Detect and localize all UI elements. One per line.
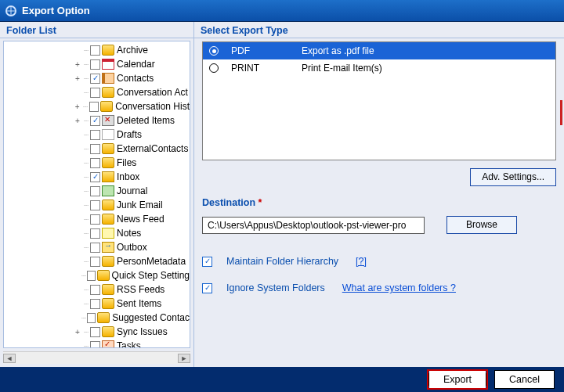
tree-row[interactable]: ┈Suggested Contac bbox=[4, 311, 190, 325]
tree-label: Files bbox=[117, 157, 136, 168]
tree-label: Calendar bbox=[117, 59, 155, 70]
cancel-button[interactable]: Cancel bbox=[495, 371, 554, 388]
folder-icon bbox=[102, 340, 114, 348]
expand-toggle[interactable]: + bbox=[73, 102, 81, 111]
maintain-hierarchy-checkbox[interactable] bbox=[202, 257, 212, 267]
tree-label: Deleted Items bbox=[117, 115, 175, 126]
browse-button[interactable]: Browse bbox=[446, 216, 517, 234]
tree-label: Journal bbox=[117, 185, 147, 196]
system-folders-help-link[interactable]: What are system folders ? bbox=[342, 282, 456, 293]
tree-row[interactable]: ┈Archive bbox=[4, 43, 190, 57]
folder-icon bbox=[102, 214, 114, 225]
tree-row[interactable]: ┈News Feed bbox=[4, 212, 190, 226]
tree-checkbox[interactable] bbox=[90, 341, 100, 349]
tree-label: PersonMetadata bbox=[117, 256, 186, 267]
maintain-hierarchy-help-link[interactable]: [?] bbox=[356, 256, 367, 267]
folder-icon bbox=[97, 312, 110, 323]
tree-connector: ┈ bbox=[82, 60, 90, 69]
tree-label: Sent Items bbox=[117, 298, 161, 309]
tree-row[interactable]: ┈Tasks bbox=[4, 339, 190, 348]
tree-checkbox[interactable] bbox=[90, 214, 100, 225]
tree-label: Tasks bbox=[117, 340, 141, 348]
tree-row[interactable]: +┈Contacts bbox=[4, 71, 190, 85]
tree-row[interactable]: ┈Junk Email bbox=[4, 198, 190, 212]
expand-toggle[interactable]: + bbox=[73, 74, 82, 83]
tree-connector: ┈ bbox=[82, 131, 90, 139]
tree-connector: ┈ bbox=[82, 74, 90, 83]
destination-input[interactable] bbox=[202, 217, 425, 234]
tree-row[interactable]: ┈Quick Step Setting bbox=[4, 268, 190, 282]
tree-checkbox[interactable] bbox=[90, 299, 100, 309]
expand-toggle[interactable]: + bbox=[73, 60, 82, 69]
export-type-name: PRINT bbox=[231, 63, 289, 74]
ignore-system-folders-checkbox[interactable] bbox=[202, 283, 212, 293]
tree-checkbox[interactable] bbox=[87, 271, 96, 281]
tree-row[interactable]: +┈Calendar bbox=[4, 57, 190, 71]
tree-connector: ┈ bbox=[82, 328, 90, 336]
tree-connector: ┈ bbox=[82, 159, 90, 167]
expand-toggle[interactable]: + bbox=[73, 117, 82, 125]
tree-row[interactable]: +┈Sync Issues bbox=[4, 325, 190, 339]
tree-label: Archive bbox=[117, 45, 148, 56]
tree-checkbox[interactable] bbox=[90, 130, 100, 140]
export-type-radio[interactable] bbox=[209, 63, 219, 73]
tree-row[interactable]: ┈Files bbox=[4, 156, 190, 170]
tree-checkbox[interactable] bbox=[90, 74, 100, 84]
tree-checkbox[interactable] bbox=[90, 144, 100, 154]
folder-icon bbox=[100, 101, 113, 112]
tree-checkbox[interactable] bbox=[87, 313, 96, 323]
scroll-right-icon[interactable]: ► bbox=[178, 354, 190, 363]
export-type-row-print[interactable]: PRINTPrint E-mail Item(s) bbox=[203, 59, 555, 77]
required-asterisk: * bbox=[258, 197, 262, 208]
tree-checkbox[interactable] bbox=[90, 88, 100, 98]
folder-tree[interactable]: ┈Archive+┈Calendar+┈Contacts┈Conversatio… bbox=[3, 41, 190, 348]
tree-checkbox[interactable] bbox=[90, 243, 100, 253]
tree-row[interactable]: ┈Outbox bbox=[4, 240, 190, 254]
tree-row[interactable]: ┈Conversation Act bbox=[4, 85, 190, 99]
tree-checkbox[interactable] bbox=[90, 228, 100, 239]
tree-checkbox[interactable] bbox=[90, 186, 100, 196]
tree-row[interactable]: +┈Deleted Items bbox=[4, 113, 190, 128]
tree-checkbox[interactable] bbox=[90, 327, 100, 337]
tree-checkbox[interactable] bbox=[90, 116, 100, 126]
export-type-row-pdf[interactable]: PDFExport as .pdf file bbox=[203, 42, 555, 59]
tree-checkbox[interactable] bbox=[90, 285, 100, 295]
tree-checkbox[interactable] bbox=[90, 172, 100, 182]
tree-checkbox[interactable] bbox=[90, 200, 100, 210]
tree-row[interactable]: ┈RSS Feeds bbox=[4, 282, 190, 297]
folder-tree-hscrollbar[interactable]: ◄ ► bbox=[3, 351, 190, 364]
tree-connector: ┈ bbox=[81, 314, 87, 322]
folder-icon bbox=[97, 270, 110, 281]
tree-connector: ┈ bbox=[82, 342, 90, 349]
folder-icon bbox=[102, 256, 114, 267]
expand-toggle[interactable]: + bbox=[73, 328, 82, 336]
tree-label: Sync Issues bbox=[117, 326, 168, 337]
scroll-left-icon[interactable]: ◄ bbox=[3, 354, 16, 363]
tree-row[interactable]: ┈Notes bbox=[4, 226, 190, 240]
tree-row[interactable]: ┈PersonMetadata bbox=[4, 254, 190, 268]
destination-label-text: Destination bbox=[202, 197, 255, 208]
tree-checkbox[interactable] bbox=[90, 59, 100, 70]
tree-checkbox[interactable] bbox=[90, 257, 100, 267]
export-button[interactable]: Export bbox=[429, 371, 486, 388]
scrollbar-marker bbox=[560, 100, 562, 125]
tree-row[interactable]: ┈Sent Items bbox=[4, 297, 190, 311]
tree-row[interactable]: +┈Conversation Hist bbox=[4, 99, 190, 113]
titlebar: Export Option bbox=[0, 0, 564, 22]
tree-label: RSS Feeds bbox=[117, 284, 164, 295]
tree-row[interactable]: ┈Drafts bbox=[4, 128, 190, 142]
tree-checkbox[interactable] bbox=[89, 102, 99, 112]
tree-connector: ┈ bbox=[81, 272, 87, 280]
tree-connector: ┈ bbox=[82, 286, 90, 294]
tree-checkbox[interactable] bbox=[90, 45, 100, 56]
tree-connector: ┈ bbox=[82, 300, 90, 308]
tree-row[interactable]: ┈ExternalContacts bbox=[4, 142, 190, 156]
maintain-hierarchy-option: Maintain Folder Hierarchy [?] bbox=[202, 256, 556, 267]
tree-label: Conversation Hist bbox=[115, 101, 190, 112]
tree-row[interactable]: ┈Inbox bbox=[4, 170, 190, 184]
tree-row[interactable]: ┈Journal bbox=[4, 184, 190, 198]
adv-settings-button[interactable]: Adv. Settings... bbox=[470, 168, 556, 186]
tree-checkbox[interactable] bbox=[90, 158, 100, 168]
ignore-system-folders-label: Ignore System Folders bbox=[226, 282, 325, 293]
export-type-radio[interactable] bbox=[209, 46, 219, 56]
